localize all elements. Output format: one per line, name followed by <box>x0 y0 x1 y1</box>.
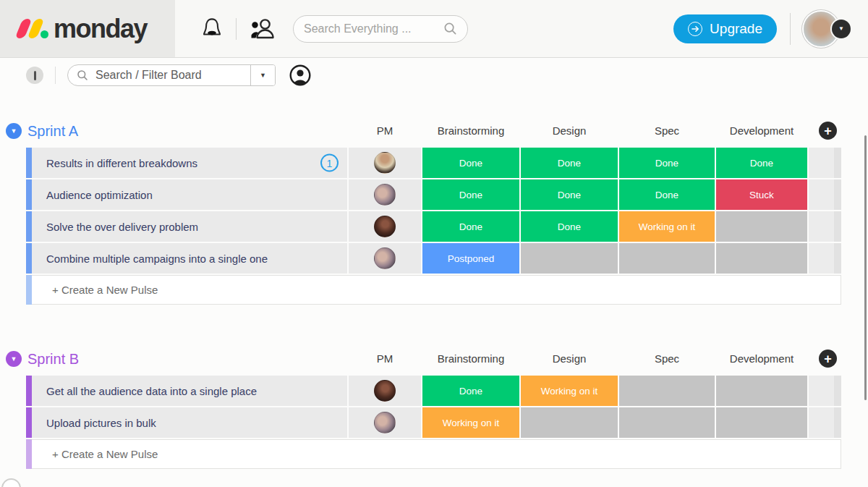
pm-cell[interactable] <box>349 407 421 438</box>
status-cell[interactable]: Done <box>422 179 519 210</box>
header-right: Upgrade ▼ <box>175 0 868 57</box>
chevron-down-icon: ▼ <box>260 72 266 79</box>
board-filter-input[interactable] <box>95 69 250 82</box>
status-cell[interactable]: Working on it <box>521 376 618 406</box>
status-cell[interactable] <box>716 243 807 274</box>
table-row: Results in different breakdowns 1 Done D… <box>26 148 841 178</box>
row-color-bar <box>26 439 32 469</box>
status-cell[interactable] <box>521 407 618 438</box>
filter-dropdown-button[interactable]: ▼ <box>250 64 275 86</box>
pulse-name-label: Audience optimization <box>46 189 153 201</box>
status-cell[interactable] <box>619 243 715 274</box>
collapse-group-button[interactable]: ▼ <box>6 123 22 139</box>
column-header-design[interactable]: Design <box>521 122 618 140</box>
group-title[interactable]: Sprint A <box>27 123 78 140</box>
column-header-spec[interactable]: Spec <box>619 122 715 140</box>
board-toolbar: ▼ <box>0 58 868 93</box>
status-cell[interactable]: Working on it <box>422 407 519 438</box>
column-header-brainstorming[interactable]: Brainstorming <box>422 350 519 368</box>
user-menu-button[interactable]: ▼ <box>832 20 851 38</box>
status-cell[interactable]: Done <box>619 148 715 178</box>
updates-count-badge[interactable]: 1 <box>320 154 339 172</box>
status-cell[interactable] <box>716 407 807 438</box>
filter-by-person-button[interactable] <box>289 64 312 87</box>
column-header-spec[interactable]: Spec <box>619 350 715 368</box>
monday-logo[interactable]: monday <box>0 0 175 57</box>
row-extension <box>809 407 841 438</box>
board: ▼ Sprint A PM Brainstorming Design Spec … <box>26 93 841 469</box>
row-color-bar <box>26 243 32 274</box>
create-pulse-button[interactable]: + Create a New Pulse <box>32 439 841 469</box>
person-circle-icon <box>289 64 312 87</box>
logo-dot-green <box>41 30 48 38</box>
status-cell[interactable]: Done <box>422 376 519 406</box>
vertical-scrollbar[interactable] <box>864 135 867 400</box>
create-pulse-button[interactable]: + Create a New Pulse <box>32 275 841 305</box>
status-cell[interactable]: Done <box>619 179 715 210</box>
collapse-group-button[interactable]: ▼ <box>6 351 22 367</box>
team-button[interactable] <box>250 17 274 40</box>
status-cell[interactable] <box>521 243 618 274</box>
pulse-name-label: Combine multiple campaigns into a single… <box>46 253 268 265</box>
status-cell[interactable] <box>619 376 715 406</box>
pm-avatar <box>374 247 396 269</box>
upgrade-button[interactable]: Upgrade <box>673 14 777 43</box>
column-header-development[interactable]: Development <box>716 350 807 368</box>
global-search-input[interactable] <box>304 22 443 35</box>
table-row: Solve the over delivery problem Done Don… <box>26 211 841 242</box>
pm-cell[interactable] <box>349 179 421 210</box>
group-header: ▼ Sprint B PM Brainstorming Design Spec … <box>26 350 841 368</box>
pulse-name-label: Upload pictures in bulk <box>46 417 156 429</box>
pm-avatar <box>374 184 396 206</box>
column-header-pm[interactable]: PM <box>349 122 421 140</box>
status-cell[interactable] <box>619 407 715 438</box>
plus-icon: + <box>824 352 832 365</box>
pulse-name-label: Get all the audience data into a single … <box>46 385 257 397</box>
notifications-button[interactable] <box>201 17 223 41</box>
create-pulse-row: + Create a New Pulse <box>26 275 841 305</box>
pulse-name[interactable]: Get all the audience data into a single … <box>32 376 347 406</box>
toolbar-divider <box>55 67 56 84</box>
status-cell[interactable]: Working on it <box>619 211 715 242</box>
status-cell[interactable]: Done <box>521 211 618 242</box>
pulse-name[interactable]: Results in different breakdowns 1 <box>32 148 347 178</box>
status-cell[interactable]: Done <box>422 148 519 178</box>
pm-cell[interactable] <box>349 243 421 274</box>
pulse-name-label: Solve the over delivery problem <box>46 221 198 233</box>
status-cell[interactable]: Done <box>422 211 519 242</box>
status-cell[interactable]: Done <box>716 148 807 178</box>
collapse-board-button[interactable] <box>26 67 43 84</box>
column-header-design[interactable]: Design <box>521 350 618 368</box>
table-row: Audience optimization Done Done Done Stu… <box>26 179 841 210</box>
status-cell[interactable]: Postponed <box>422 243 519 274</box>
column-header-development[interactable]: Development <box>716 122 807 140</box>
global-search[interactable] <box>293 15 468 43</box>
pm-cell[interactable] <box>349 211 421 242</box>
row-extension <box>809 179 841 210</box>
chevron-down-icon: ▼ <box>838 25 844 32</box>
board-filter[interactable]: ▼ <box>67 64 276 86</box>
column-header-pm[interactable]: PM <box>349 350 421 368</box>
add-column-button[interactable]: + <box>819 350 837 368</box>
status-cell[interactable]: Done <box>521 148 618 178</box>
pulse-name[interactable]: Solve the over delivery problem <box>32 211 347 242</box>
row-color-bar <box>26 407 32 438</box>
pulse-name[interactable]: Audience optimization <box>32 179 347 210</box>
create-pulse-row: + Create a New Pulse <box>26 439 841 469</box>
status-cell[interactable] <box>716 376 807 406</box>
table-row: Combine multiple campaigns into a single… <box>26 243 841 274</box>
add-column-button[interactable]: + <box>819 122 837 140</box>
pulse-name[interactable]: Combine multiple campaigns into a single… <box>32 243 347 274</box>
pm-cell[interactable] <box>349 376 421 406</box>
group-title[interactable]: Sprint B <box>27 351 79 368</box>
row-extension <box>809 376 841 406</box>
status-cell[interactable]: Done <box>521 179 618 210</box>
row-color-bar <box>26 275 32 305</box>
status-cell[interactable]: Stuck <box>716 179 807 210</box>
chat-bubble[interactable] <box>1 478 21 487</box>
pm-cell[interactable] <box>349 148 421 178</box>
pulse-name[interactable]: Upload pictures in bulk <box>32 407 347 438</box>
group-sprint-a: ▼ Sprint A PM Brainstorming Design Spec … <box>26 122 841 305</box>
column-header-brainstorming[interactable]: Brainstorming <box>422 122 519 140</box>
status-cell[interactable] <box>716 211 807 242</box>
